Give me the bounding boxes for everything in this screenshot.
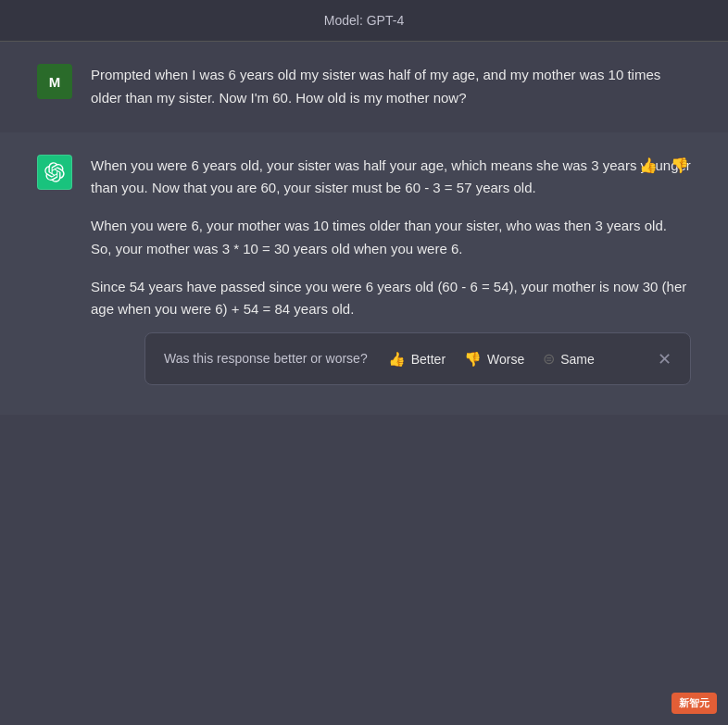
thumbs-down-icon: 👎 xyxy=(464,351,482,368)
user-avatar: M xyxy=(37,64,72,99)
same-button[interactable]: ⊜ Same xyxy=(541,346,596,371)
chat-container: M Prompted when I was 6 years old my sis… xyxy=(0,42,728,725)
assistant-message-content: When you were 6 years old, your sister w… xyxy=(91,155,691,394)
thumbs-down-feedback-icon: 👎 xyxy=(671,156,689,174)
better-button[interactable]: 👍 Better xyxy=(386,347,447,371)
user-message-row: M Prompted when I was 6 years old my sis… xyxy=(0,42,728,132)
header: Model: GPT-4 xyxy=(0,0,728,42)
equals-icon: ⊜ xyxy=(543,350,555,368)
thumbs-up-button[interactable]: 👍 xyxy=(637,155,659,176)
assistant-paragraph-2: When you were 6, your mother was 10 time… xyxy=(91,215,691,261)
worse-button[interactable]: 👎 Worse xyxy=(462,347,526,371)
thumbs-up-feedback-icon: 👍 xyxy=(639,156,658,174)
watermark: 新智元 xyxy=(672,693,717,714)
assistant-message-row: When you were 6 years old, your sister w… xyxy=(0,132,728,416)
feedback-question: Was this response better or worse? xyxy=(164,350,368,369)
close-feedback-button[interactable]: ✕ xyxy=(658,349,672,369)
model-label: Model: GPT-4 xyxy=(324,13,404,28)
feedback-bar: Was this response better or worse? 👍 Bet… xyxy=(144,332,691,385)
message-feedback-icons: 👍 👎 xyxy=(637,155,691,176)
close-icon: ✕ xyxy=(658,349,672,369)
user-message-text: Prompted when I was 6 years old my siste… xyxy=(91,64,691,110)
feedback-actions: 👍 Better 👎 Worse ⊜ Same ✕ xyxy=(386,346,672,371)
assistant-paragraph-3: Since 54 years have passed since you wer… xyxy=(91,276,691,322)
assistant-paragraph-1: When you were 6 years old, your sister w… xyxy=(91,155,691,201)
thumbs-down-button[interactable]: 👎 xyxy=(669,155,691,176)
assistant-avatar xyxy=(37,155,72,190)
thumbs-up-icon: 👍 xyxy=(388,351,406,368)
user-message-content: Prompted when I was 6 years old my siste… xyxy=(91,64,691,110)
